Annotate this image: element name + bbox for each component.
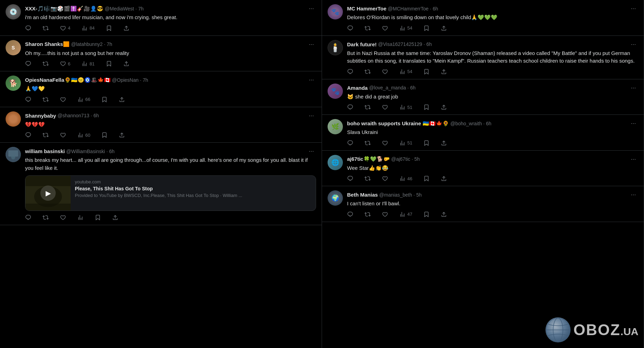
media-card[interactable]: ▶ youtube.com Please, This Shit Has Got …: [25, 175, 316, 211]
bookmark-button[interactable]: [101, 96, 108, 103]
like-button[interactable]: 6: [60, 61, 70, 67]
retweet-button[interactable]: [364, 211, 371, 217]
more-options-button[interactable]: ···: [307, 40, 316, 49]
retweet-button[interactable]: [42, 214, 49, 221]
retweet-button[interactable]: [364, 175, 371, 182]
display-name: Beth Manias: [347, 192, 378, 198]
tweet-meta: Beth Manias @manias_beth · 5h: [347, 192, 422, 198]
reply-button[interactable]: [347, 140, 353, 146]
views-button[interactable]: 47: [399, 211, 412, 217]
share-button[interactable]: [441, 69, 447, 75]
more-options-button[interactable]: ···: [629, 40, 638, 49]
bookmark-button[interactable]: [423, 175, 430, 182]
share-button[interactable]: [119, 132, 125, 138]
media-thumbnail[interactable]: ▶: [25, 176, 71, 211]
more-options-button[interactable]: ···: [307, 4, 316, 13]
bookmark-button[interactable]: [423, 69, 430, 75]
play-button[interactable]: ▶: [40, 185, 56, 201]
more-options-button[interactable]: ···: [629, 119, 638, 128]
more-options-button[interactable]: ···: [629, 190, 638, 199]
like-button[interactable]: [60, 132, 66, 138]
share-button[interactable]: [119, 96, 125, 103]
reply-button[interactable]: [25, 96, 31, 103]
display-name: OpiesNanaFella🌻🇺🇦😐🧿🎩🍁🇨🇦: [25, 77, 111, 83]
like-button[interactable]: [382, 104, 388, 110]
views-count: 66: [85, 97, 90, 102]
more-options-button[interactable]: ···: [307, 111, 316, 120]
tweet-header: Dark future! @Visa16271425129 · 6h ···: [347, 40, 638, 49]
bookmark-button[interactable]: [95, 214, 101, 221]
media-title: Please, This Shit Has Got To Stop: [75, 186, 312, 191]
bookmark-button[interactable]: [106, 61, 112, 67]
more-options-button[interactable]: ···: [629, 84, 638, 92]
tweet-time: 7h: [138, 6, 144, 11]
retweet-button[interactable]: [364, 140, 371, 146]
more-options-button[interactable]: ···: [629, 155, 638, 164]
like-button[interactable]: [382, 175, 388, 182]
share-button[interactable]: [441, 25, 447, 31]
views-button[interactable]: 54: [399, 69, 412, 75]
avatar: 🌍: [328, 190, 343, 206]
tweet-text: Oh my.....this is not just a song but he…: [25, 49, 316, 57]
like-button[interactable]: [382, 211, 388, 217]
share-button[interactable]: [441, 175, 447, 182]
more-options-button[interactable]: ···: [307, 147, 316, 156]
like-button[interactable]: [382, 69, 388, 75]
tweet-actions: 66: [25, 96, 316, 103]
retweet-button[interactable]: [364, 104, 371, 110]
reply-button[interactable]: [25, 214, 31, 221]
retweet-button[interactable]: [42, 132, 49, 138]
reply-button[interactable]: [25, 132, 31, 138]
username: @manias_beth: [379, 192, 412, 198]
retweet-button[interactable]: [364, 69, 371, 75]
tweet-meta: OpiesNanaFella🌻🇺🇦😐🧿🎩🍁🇨🇦 @OpiesNan · 7h: [25, 77, 148, 83]
retweet-button[interactable]: [42, 61, 49, 67]
retweet-button[interactable]: [42, 25, 49, 31]
more-options-button[interactable]: ···: [629, 4, 638, 13]
views-button[interactable]: 60: [77, 132, 90, 138]
tweet-text: Slava Ukraini: [347, 128, 638, 136]
views-button[interactable]: 54: [399, 25, 412, 31]
like-button[interactable]: [60, 96, 66, 103]
views-button[interactable]: 66: [77, 96, 90, 103]
bookmark-button[interactable]: [423, 104, 430, 110]
share-button[interactable]: [112, 214, 118, 221]
like-button[interactable]: 4: [60, 25, 70, 31]
views-button[interactable]: [77, 214, 84, 221]
views-button[interactable]: 84: [81, 25, 94, 31]
reply-button[interactable]: [347, 25, 353, 31]
bookmark-button[interactable]: [101, 132, 108, 138]
like-button[interactable]: [382, 140, 388, 146]
share-button[interactable]: [123, 25, 129, 31]
reply-button[interactable]: [347, 69, 353, 75]
share-button[interactable]: [441, 104, 447, 110]
reply-button[interactable]: [25, 25, 31, 31]
avatar: 🌐: [328, 155, 343, 170]
tweet-header: MC HammerToe @MCHammerrToe · 6h ···: [347, 4, 638, 13]
reply-button[interactable]: [347, 104, 353, 110]
reply-button[interactable]: [25, 61, 31, 67]
views-button[interactable]: 46: [399, 175, 412, 182]
views-button[interactable]: 51: [399, 140, 412, 146]
tweet-time: 6h: [410, 85, 416, 90]
bookmark-button[interactable]: [423, 140, 430, 146]
reply-button[interactable]: [347, 211, 353, 217]
share-button[interactable]: [123, 61, 129, 67]
retweet-button[interactable]: [364, 25, 371, 31]
bookmark-button[interactable]: [106, 25, 112, 31]
views-button[interactable]: 51: [399, 104, 412, 110]
more-options-button[interactable]: ···: [307, 76, 316, 84]
display-name: boho wraith supports Ukraine 🇺🇦🇨🇦🍁🌻: [347, 120, 449, 127]
tweet-meta: boho wraith supports Ukraine 🇺🇦🇨🇦🍁🌻 @boh…: [347, 120, 492, 127]
views-button[interactable]: 81: [81, 61, 94, 67]
username: @Visa16271425129: [378, 41, 422, 47]
share-button[interactable]: [441, 140, 447, 146]
share-button[interactable]: [441, 211, 447, 217]
retweet-button[interactable]: [42, 96, 49, 103]
bookmark-button[interactable]: [423, 25, 430, 31]
bookmark-button[interactable]: [423, 211, 430, 217]
reply-button[interactable]: [347, 175, 353, 182]
media-description: Provided to YouTube by BWSCD, Inc.Please…: [75, 193, 312, 198]
like-button[interactable]: [60, 214, 66, 221]
like-button[interactable]: [382, 25, 388, 31]
